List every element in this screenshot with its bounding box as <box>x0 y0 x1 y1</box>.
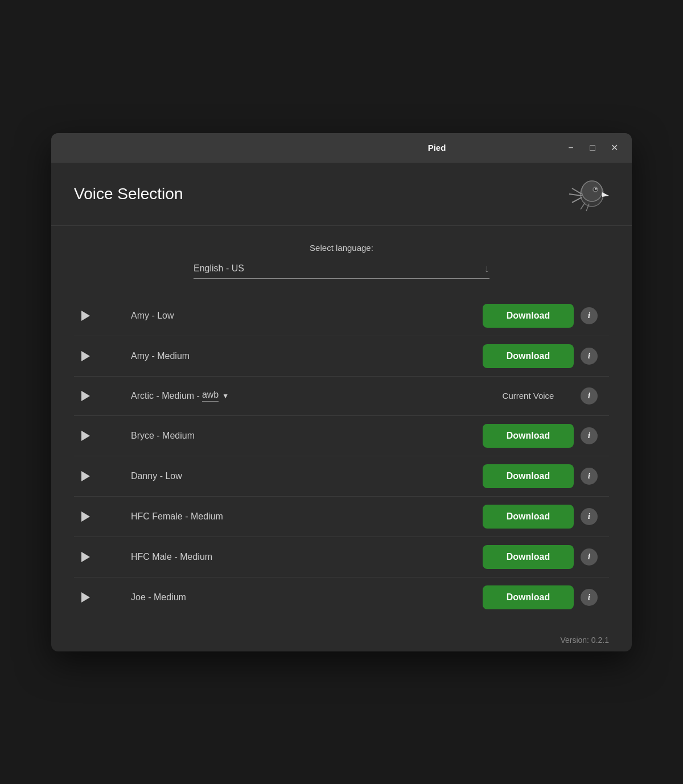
titlebar: Pied − □ ✕ <box>51 133 632 163</box>
info-button-arctic[interactable]: i <box>581 387 598 405</box>
download-button-amy-low[interactable]: Download <box>483 304 574 328</box>
titlebar-controls: − □ ✕ <box>562 139 623 156</box>
voice-action-bryce-medium: Download i <box>483 424 598 448</box>
info-button-hfc-female-medium[interactable]: i <box>581 508 598 525</box>
play-button-amy-medium[interactable] <box>74 345 97 368</box>
play-triangle-icon <box>81 552 90 562</box>
voice-name-hfc-female-medium: HFC Female - Medium <box>131 511 483 522</box>
language-label: Select language: <box>74 243 609 253</box>
footer: Version: 0.2.1 <box>51 629 632 651</box>
info-button-joe-medium[interactable]: i <box>581 589 598 606</box>
language-dropdown-arrow: ↓ <box>484 263 489 275</box>
page-title: Voice Selection <box>74 185 183 203</box>
version-label: Version: 0.2.1 <box>560 636 609 645</box>
play-button-bryce-medium[interactable] <box>74 424 97 447</box>
svg-point-4 <box>595 188 597 189</box>
play-triangle-icon <box>81 592 90 603</box>
voice-row-amy-low: Amy - Low Download i <box>74 296 609 336</box>
play-button-arctic-medium[interactable] <box>74 385 97 407</box>
svg-line-5 <box>572 188 582 194</box>
voice-row-amy-medium: Amy - Medium Download i <box>74 336 609 377</box>
app-logo <box>541 174 609 214</box>
voice-action-hfc-male-medium: Download i <box>483 545 598 569</box>
voice-variant-dropdown-arrow-icon[interactable]: ▼ <box>222 392 229 400</box>
voice-name-hfc-male-medium: HFC Male - Medium <box>131 552 483 562</box>
play-button-amy-low[interactable] <box>74 304 97 327</box>
play-button-danny-low[interactable] <box>74 465 97 488</box>
download-button-danny-low[interactable]: Download <box>483 464 574 488</box>
info-button-amy-low[interactable]: i <box>581 307 598 324</box>
voice-action-joe-medium: Download i <box>483 585 598 609</box>
voice-name-amy-medium: Amy - Medium <box>131 351 483 361</box>
voice-action-arctic: Current Voice i <box>483 387 598 405</box>
voice-variant-arctic: Arctic - Medium - awb ▼ <box>131 390 483 402</box>
current-voice-label: Current Voice <box>483 391 574 401</box>
play-button-joe-medium[interactable] <box>74 586 97 609</box>
svg-marker-2 <box>602 192 609 197</box>
voice-name-joe-medium: Joe - Medium <box>131 592 483 603</box>
language-section: Select language: English - US ↓ <box>74 243 609 279</box>
close-button[interactable]: ✕ <box>606 139 623 156</box>
voice-name-amy-low: Amy - Low <box>131 311 483 321</box>
voice-row-danny-low: Danny - Low Download i <box>74 456 609 497</box>
language-select[interactable]: English - US ↓ <box>194 259 489 279</box>
minimize-button[interactable]: − <box>562 139 579 156</box>
play-triangle-icon <box>81 471 90 481</box>
svg-line-6 <box>569 194 582 196</box>
play-button-hfc-female-medium[interactable] <box>74 505 97 528</box>
play-button-hfc-male-medium[interactable] <box>74 546 97 568</box>
voice-row-hfc-female-medium: HFC Female - Medium Download i <box>74 497 609 537</box>
download-button-bryce-medium[interactable]: Download <box>483 424 574 448</box>
play-triangle-icon <box>81 351 90 361</box>
play-triangle-icon <box>81 431 90 441</box>
maximize-button[interactable]: □ <box>584 139 601 156</box>
voice-name-danny-low: Danny - Low <box>131 471 483 481</box>
download-button-hfc-male-medium[interactable]: Download <box>483 545 574 569</box>
voice-action-hfc-female-medium: Download i <box>483 505 598 529</box>
voice-row-joe-medium: Joe - Medium Download i <box>74 577 609 617</box>
download-button-joe-medium[interactable]: Download <box>483 585 574 609</box>
svg-line-8 <box>581 203 585 209</box>
language-selected-value: English - US <box>194 263 244 274</box>
play-triangle-icon <box>81 391 90 401</box>
voice-action-amy-low: Download i <box>483 304 598 328</box>
play-triangle-icon <box>81 311 90 321</box>
info-button-hfc-male-medium[interactable]: i <box>581 548 598 566</box>
voice-row-hfc-male-medium: HFC Male - Medium Download i <box>74 537 609 577</box>
download-button-amy-medium[interactable]: Download <box>483 344 574 368</box>
voice-action-danny-low: Download i <box>483 464 598 488</box>
voice-action-amy-medium: Download i <box>483 344 598 368</box>
info-button-bryce-medium[interactable]: i <box>581 427 598 444</box>
app-window: Pied − □ ✕ Voice Selection <box>51 133 632 651</box>
info-button-amy-medium[interactable]: i <box>581 348 598 365</box>
voice-variant-value: awb <box>202 390 219 402</box>
header: Voice Selection <box>51 163 632 226</box>
window-title: Pied <box>311 143 562 152</box>
play-triangle-icon <box>81 511 90 522</box>
voice-list: Amy - Low Download i Amy - Medium Downlo… <box>74 296 609 617</box>
info-button-danny-low[interactable]: i <box>581 468 598 485</box>
svg-point-1 <box>582 181 602 201</box>
voice-row-bryce-medium: Bryce - Medium Download i <box>74 416 609 456</box>
voice-name-arctic: Arctic - Medium - <box>131 391 200 401</box>
voice-row-arctic-medium: Arctic - Medium - awb ▼ Current Voice i <box>74 377 609 416</box>
content-area: Select language: English - US ↓ Amy - Lo… <box>51 226 632 629</box>
svg-line-7 <box>572 197 582 203</box>
voice-name-bryce-medium: Bryce - Medium <box>131 431 483 441</box>
download-button-hfc-female-medium[interactable]: Download <box>483 505 574 529</box>
